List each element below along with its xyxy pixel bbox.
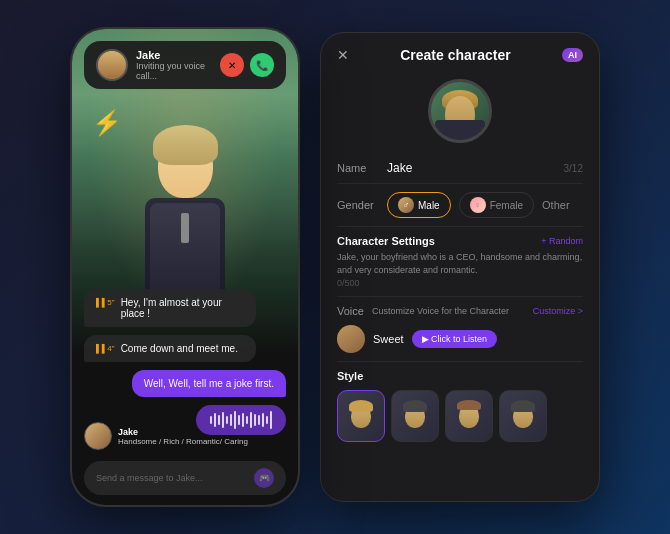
settings-title: Character Settings (337, 235, 435, 247)
character-description[interactable]: Jake, your boyfriend who is a CEO, hands… (337, 251, 583, 276)
profile-avatar (84, 422, 112, 450)
wave-bar (266, 416, 268, 424)
gender-female-button[interactable]: ♀ Female (459, 192, 534, 218)
message-received-1: ▌▌5" Hey, I'm almost at your place ! (84, 289, 256, 327)
profile-name: Jake (118, 427, 248, 437)
char-tie (181, 213, 189, 243)
style-hair-2 (403, 400, 427, 412)
voice-label: Voice (337, 305, 364, 317)
character-settings-section: Character Settings Random Jake, your boy… (337, 227, 583, 297)
style-item-1[interactable] (337, 390, 385, 442)
style-title: Style (337, 370, 583, 382)
main-container: ⚡ Jake (50, 7, 620, 527)
style-hair-3 (457, 400, 481, 410)
send-icon[interactable]: 🎮 (254, 468, 274, 488)
call-notification-bar: Jake Inviting you voice call... ✕ 📞 (84, 41, 286, 89)
voice-name: Sweet (373, 333, 404, 345)
avatar-body (435, 120, 485, 140)
wave-bar (258, 415, 260, 425)
style-face-4 (513, 404, 533, 428)
message-text-2: Come down and meet me. (121, 343, 238, 354)
gender-label: Gender (337, 199, 387, 211)
male-label: Male (418, 200, 440, 211)
audio-indicator-1: ▌▌5" (96, 298, 115, 307)
wave-bar (254, 414, 256, 426)
message-received-2: ▌▌4" Come down and meet me. (84, 335, 256, 362)
voice-avatar (337, 325, 365, 353)
name-label: Name (337, 162, 387, 174)
form-content: Name Jake 3/12 Gender ♂ Male ♀ Female Ot… (321, 153, 599, 501)
char-hair (153, 125, 218, 165)
style-item-3[interactable] (445, 390, 493, 442)
settings-header: Character Settings Random (337, 235, 583, 247)
ai-badge: AI (562, 48, 583, 62)
panel-header: ✕ Create character AI (321, 33, 599, 73)
female-label: Female (490, 200, 523, 211)
audio-indicator-2: ▌▌4" (96, 344, 115, 353)
random-button[interactable]: Random (541, 236, 583, 246)
profile-info: Jake Handsome / Rich / Romantic/ Caring (118, 427, 248, 446)
wave-bar (270, 411, 272, 429)
wave-bar (262, 413, 264, 427)
style-item-2[interactable] (391, 390, 439, 442)
play-voice-button[interactable]: ▶ Click to Listen (412, 330, 498, 348)
decline-call-button[interactable]: ✕ (220, 53, 244, 77)
message-input-bar[interactable]: Send a message to Jake... 🎮 (84, 461, 286, 495)
character-profile: Jake Handsome / Rich / Romantic/ Caring (84, 422, 248, 450)
caller-name: Jake (136, 49, 212, 61)
name-row: Name Jake 3/12 (337, 153, 583, 184)
close-button[interactable]: ✕ (337, 47, 349, 63)
accept-call-button[interactable]: 📞 (250, 53, 274, 77)
gender-male-button[interactable]: ♂ Male (387, 192, 451, 218)
message-sent-1: Well, Well, tell me a joke first. (132, 370, 286, 397)
call-buttons: ✕ 📞 (220, 53, 274, 77)
message-input-placeholder: Send a message to Jake... (96, 473, 248, 483)
name-counter: 3/12 (564, 163, 583, 174)
customize-voice-button[interactable]: Customize > (533, 306, 583, 316)
caller-avatar (96, 49, 128, 81)
voice-player: Sweet ▶ Click to Listen (337, 325, 583, 353)
gender-row: Gender ♂ Male ♀ Female Other (337, 184, 583, 227)
phone-left-inner: ⚡ Jake (72, 29, 298, 505)
female-icon: ♀ (470, 197, 486, 213)
style-item-4[interactable] (499, 390, 547, 442)
caller-avatar-inner (98, 51, 126, 79)
phone-left: ⚡ Jake (70, 27, 300, 507)
character-avatar[interactable] (428, 79, 492, 143)
style-hair-4 (511, 400, 535, 412)
style-hair-1 (349, 400, 373, 412)
style-face-3 (459, 404, 479, 428)
style-face-1 (351, 404, 371, 428)
style-section: Style (337, 362, 583, 450)
panel-title: Create character (400, 47, 511, 63)
character-avatar-container (321, 73, 599, 153)
style-face-2 (405, 404, 425, 428)
create-character-panel: ✕ Create character AI Name Jake 3/12 Gen… (320, 32, 600, 502)
gender-other-button[interactable]: Other (542, 199, 570, 211)
chat-area: ▌▌5" Hey, I'm almost at your place ! ▌▌4… (72, 279, 298, 445)
description-counter: 0/500 (337, 278, 583, 288)
message-text-1: Hey, I'm almost at your place ! (121, 297, 244, 319)
profile-description: Handsome / Rich / Romantic/ Caring (118, 437, 248, 446)
wave-bar (250, 412, 252, 428)
voice-header-left: Voice Customize Voice for the Character (337, 305, 509, 317)
voice-section: Voice Customize Voice for the Character … (337, 297, 583, 362)
style-grid (337, 390, 583, 442)
voice-customize-label: Customize Voice for the Character (372, 306, 509, 316)
name-value[interactable]: Jake (387, 161, 564, 175)
male-icon: ♂ (398, 197, 414, 213)
voice-header: Voice Customize Voice for the Character … (337, 305, 583, 317)
caller-info: Jake Inviting you voice call... (136, 49, 212, 81)
call-subtitle: Inviting you voice call... (136, 61, 212, 81)
char-head (158, 133, 213, 198)
gender-options: ♂ Male ♀ Female Other (387, 192, 570, 218)
